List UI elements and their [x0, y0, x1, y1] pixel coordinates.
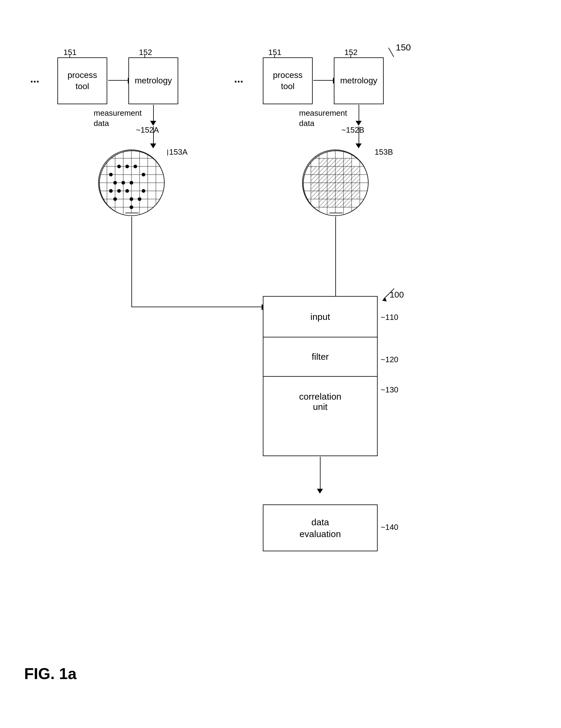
- right-pt-to-metro-line: [313, 80, 334, 81]
- left-process-tool-box: process tool: [57, 57, 107, 104]
- svg-point-22: [130, 181, 133, 185]
- svg-point-21: [121, 181, 125, 185]
- right-wafer-svg: [303, 150, 369, 216]
- right-metro-down-arrow: [356, 121, 362, 126]
- left-wafer: [98, 150, 165, 216]
- system-box: input filter correlation unit: [263, 296, 378, 456]
- svg-rect-40: [311, 166, 319, 175]
- ref-151-right-line: [274, 55, 275, 58]
- ref-152A: ~152A: [136, 125, 159, 135]
- data-evaluation-label: data evaluation: [300, 516, 341, 540]
- right-to-wafer-line: [359, 126, 359, 144]
- right-wafer: [302, 150, 369, 216]
- svg-rect-43: [335, 166, 343, 175]
- svg-point-20: [113, 181, 117, 185]
- filter-label: filter: [312, 352, 329, 362]
- ref-100-arrow: [378, 287, 396, 302]
- svg-rect-67: [343, 199, 352, 207]
- svg-rect-53: [319, 183, 327, 191]
- right-measurement-data-label: measurement data: [299, 108, 347, 129]
- ref-130: ~130: [381, 385, 398, 395]
- left-pt-to-metro-line: [108, 80, 128, 81]
- data-evaluation-box: data evaluation: [263, 504, 378, 551]
- svg-rect-38: [335, 158, 343, 166]
- left-metro-down-line: [153, 105, 154, 121]
- left-wafer-svg: [99, 150, 165, 216]
- right-dots: ...: [234, 72, 243, 85]
- left-metrology-box: metrology: [128, 57, 178, 104]
- svg-rect-45: [352, 166, 360, 175]
- svg-rect-46: [311, 175, 319, 183]
- correlation-section: correlation unit: [263, 377, 377, 427]
- ref-153A: 153A: [169, 147, 188, 157]
- svg-point-28: [130, 197, 133, 201]
- right-metrology-box: metrology: [334, 57, 384, 104]
- svg-rect-50: [343, 175, 352, 183]
- svg-rect-51: [352, 175, 360, 183]
- ref-150: 150: [396, 42, 411, 53]
- svg-point-15: [117, 165, 121, 168]
- svg-rect-37: [327, 158, 335, 166]
- ref-140: ~140: [381, 523, 398, 532]
- ref-153B: 153B: [375, 147, 393, 157]
- left-metro-down-arrow: [150, 121, 156, 126]
- svg-rect-55: [335, 183, 343, 191]
- left-to-wafer-arrow: [150, 143, 156, 148]
- right-process-tool-label: process tool: [273, 70, 302, 92]
- right-metro-down-line: [359, 105, 359, 121]
- svg-point-19: [142, 173, 145, 176]
- svg-rect-63: [352, 191, 360, 199]
- svg-rect-44: [343, 166, 352, 175]
- left-process-tool-label: process tool: [67, 70, 97, 92]
- svg-point-29: [138, 197, 141, 201]
- svg-rect-59: [319, 191, 327, 199]
- svg-point-16: [125, 165, 129, 168]
- svg-rect-83: [329, 213, 343, 216]
- ref-110: ~110: [381, 313, 398, 322]
- svg-rect-61: [335, 191, 343, 199]
- svg-rect-56: [343, 183, 352, 191]
- left-wafer-to-input-h: [131, 307, 263, 307]
- ref-120: ~120: [381, 355, 398, 364]
- ref-152-left-line: [144, 55, 145, 58]
- svg-rect-36: [319, 158, 327, 166]
- right-process-tool-box: process tool: [263, 57, 313, 104]
- svg-rect-41: [319, 166, 327, 175]
- svg-point-30: [130, 205, 133, 209]
- svg-rect-60: [327, 191, 335, 199]
- corr-to-eval-arrow: [317, 489, 323, 494]
- fig-label: FIG. 1a: [24, 665, 76, 683]
- svg-point-27: [113, 197, 117, 201]
- svg-line-85: [384, 288, 394, 299]
- svg-point-25: [125, 189, 129, 193]
- svg-point-17: [134, 165, 137, 168]
- left-measurement-data-label: measurement data: [94, 108, 142, 129]
- svg-rect-66: [335, 199, 343, 207]
- right-metrology-label: metrology: [340, 75, 377, 86]
- svg-rect-62: [343, 191, 352, 199]
- svg-rect-57: [352, 183, 360, 191]
- svg-point-23: [109, 189, 113, 193]
- left-wafer-to-input-v: [131, 217, 132, 307]
- left-to-wafer-line: [153, 126, 154, 144]
- svg-rect-32: [125, 213, 139, 216]
- ref-150-line: [388, 48, 394, 57]
- svg-point-24: [117, 189, 121, 193]
- svg-rect-64: [319, 199, 327, 207]
- svg-point-26: [142, 189, 145, 193]
- correlation-label: correlation unit: [299, 391, 341, 412]
- svg-rect-49: [335, 175, 343, 183]
- svg-rect-39: [343, 158, 352, 166]
- filter-section: filter: [263, 337, 377, 377]
- svg-rect-47: [319, 175, 327, 183]
- ref-152B: ~152B: [341, 125, 364, 135]
- ref-152-right-line: [350, 55, 351, 58]
- svg-rect-58: [311, 191, 319, 199]
- svg-rect-42: [327, 166, 335, 175]
- left-dots: ...: [30, 72, 39, 85]
- svg-point-18: [109, 173, 113, 176]
- corr-to-eval-line: [320, 457, 321, 490]
- ref-152-left: 152: [139, 48, 152, 57]
- svg-rect-48: [327, 175, 335, 183]
- right-to-wafer-arrow: [356, 143, 362, 148]
